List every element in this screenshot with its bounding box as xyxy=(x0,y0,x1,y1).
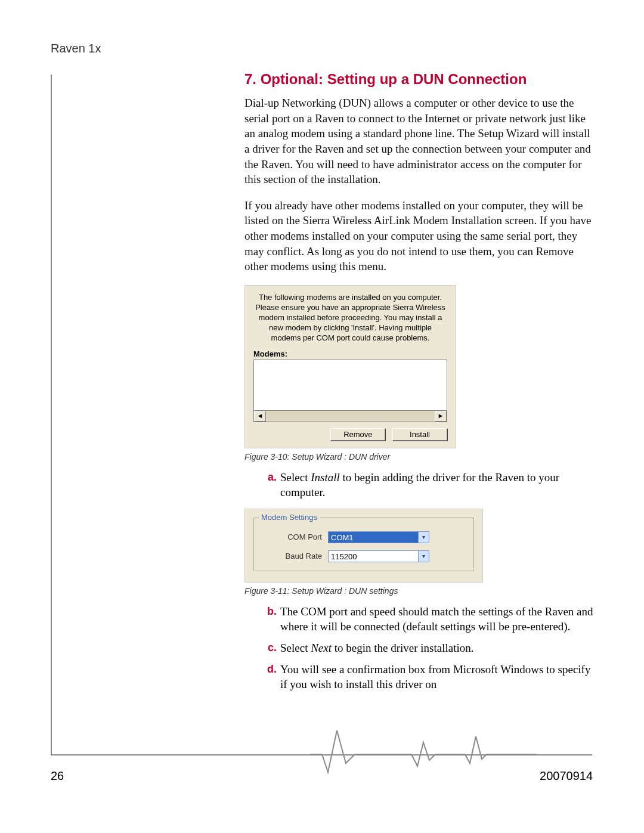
running-head: Raven 1x xyxy=(51,42,101,55)
page-number: 26 xyxy=(51,769,64,783)
baud-rate-label: Baud Rate xyxy=(262,552,328,561)
heartbeat-graphic xyxy=(310,730,537,790)
step-letter-d: d. xyxy=(260,662,277,676)
figure-3-10-caption: Figure 3-10: Setup Wizard : DUN driver xyxy=(244,452,593,462)
scroll-right-icon[interactable]: ► xyxy=(435,411,447,422)
com-port-dropdown[interactable]: COM1 ▾ xyxy=(328,531,429,543)
step-list-top: a. Select Install to begin adding the dr… xyxy=(244,470,593,500)
modems-listbox[interactable] xyxy=(253,360,447,411)
rule-vertical xyxy=(51,75,52,754)
step-letter-c: c. xyxy=(260,640,277,655)
step-d: d. You will see a confirmation box from … xyxy=(266,662,593,692)
modem-settings-fieldset: Modem Settings COM Port COM1 ▾ Baud Rate… xyxy=(253,518,474,571)
baud-rate-dropdown[interactable]: 115200 ▾ xyxy=(328,550,429,562)
baud-rate-value: 115200 xyxy=(328,550,419,562)
main-content: 7. Optional: Setting up a DUN Connection… xyxy=(244,70,593,701)
com-port-row: COM Port COM1 ▾ xyxy=(262,531,465,543)
step-c: c. Select Next to begin the driver insta… xyxy=(266,640,593,656)
section-number: 7. xyxy=(244,71,256,87)
step-a-pre: Select xyxy=(280,471,311,484)
modems-list-scrollbar[interactable]: ◄ ► xyxy=(253,411,447,422)
section-title-text: Optional: Setting up a DUN Connection xyxy=(261,71,527,87)
remove-button[interactable]: Remove xyxy=(330,428,385,441)
section-heading: 7. Optional: Setting up a DUN Connection xyxy=(244,70,593,88)
step-letter-a: a. xyxy=(260,470,277,484)
step-c-pre: Select xyxy=(280,642,311,654)
figure-dun-settings-panel: Modem Settings COM Port COM1 ▾ Baud Rate… xyxy=(244,509,483,583)
chevron-down-icon[interactable]: ▾ xyxy=(419,531,429,543)
chevron-down-icon[interactable]: ▾ xyxy=(419,550,429,562)
install-button[interactable]: Install xyxy=(392,428,447,441)
figure-dun-driver-panel: The following modems are installed on yo… xyxy=(244,285,456,448)
com-port-label: COM Port xyxy=(262,532,328,541)
page: Raven 1x 7. Optional: Setting up a DUN C… xyxy=(0,0,644,833)
step-d-text: You will see a confirmation box from Mic… xyxy=(280,663,590,691)
scroll-left-icon[interactable]: ◄ xyxy=(254,411,266,422)
modem-install-instruction: The following modems are installed on yo… xyxy=(253,293,447,343)
figure-3-11-caption: Figure 3-11: Setup Wizard : DUN settings xyxy=(244,586,593,596)
paragraph-1: Dial-up Networking (DUN) allows a comput… xyxy=(244,95,593,187)
modems-label: Modems: xyxy=(253,349,447,358)
button-row: Remove Install xyxy=(253,428,447,441)
modem-settings-legend: Modem Settings xyxy=(259,513,320,522)
step-b: b. The COM port and speed should match t… xyxy=(266,604,593,634)
step-list-bottom: b. The COM port and speed should match t… xyxy=(244,604,593,692)
step-letter-b: b. xyxy=(260,604,277,618)
rule-horizontal xyxy=(51,754,592,755)
step-b-text: The COM port and speed should match the … xyxy=(280,605,593,633)
step-a: a. Select Install to begin adding the dr… xyxy=(266,470,593,500)
document-id: 20070914 xyxy=(540,769,593,783)
com-port-value: COM1 xyxy=(328,531,419,543)
paragraph-2: If you already have other modems install… xyxy=(244,198,593,274)
baud-rate-row: Baud Rate 115200 ▾ xyxy=(262,550,465,562)
step-a-keyword: Install xyxy=(311,471,340,484)
step-c-keyword: Next xyxy=(311,642,332,654)
scroll-track[interactable] xyxy=(266,411,435,422)
step-c-post: to begin the driver installation. xyxy=(332,642,474,654)
